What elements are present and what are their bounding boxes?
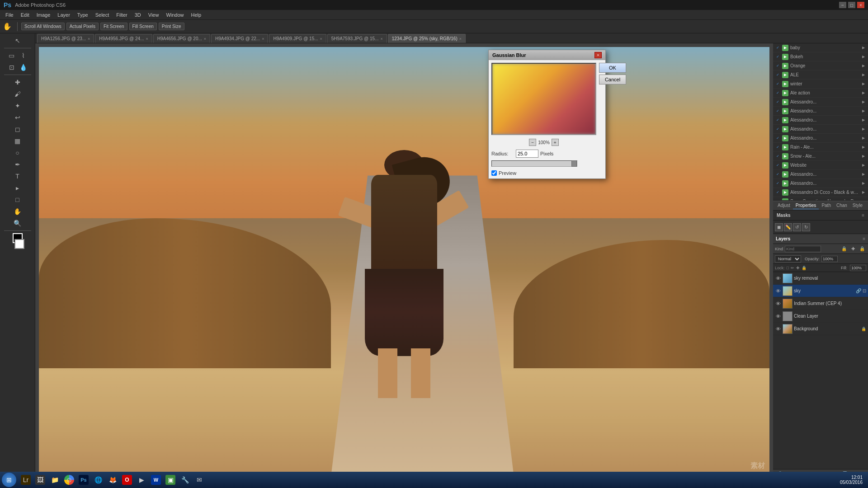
action-snow-ale[interactable]: ✓ ▶ Snow - Ale... ▶ [773, 152, 868, 161]
tab-style[interactable]: Style [850, 202, 865, 209]
action-bokeh[interactable]: ✓ ▶ Bokeh ▶ [773, 52, 868, 61]
cancel-button[interactable]: Cancel [599, 75, 626, 84]
move-tool[interactable]: ↖ [12, 35, 23, 46]
action-alex-6[interactable]: ✓ ▶ Alessandro... ▶ [773, 170, 868, 179]
blend-mode-select[interactable]: Normal Multiply Screen Overlay [775, 255, 801, 263]
action-alex-4[interactable]: ✓ ▶ Alessandro... ▶ [773, 125, 868, 134]
menu-file[interactable]: File [2, 11, 17, 19]
action-ale-action[interactable]: ✓ ▶ Ale action ▶ [773, 89, 868, 98]
action-expand[interactable]: ▶ [861, 90, 866, 96]
taskbar-media[interactable]: ▶ [135, 474, 148, 486]
lock-checkbox[interactable]: □ [787, 266, 789, 270]
hand-tool-icon[interactable]: ✋ [3, 22, 12, 31]
taskbar-bridge[interactable]: 🖼 [33, 474, 47, 486]
action-expand[interactable]: ▶ [861, 99, 866, 105]
layer-sky-mask-icon[interactable]: ⊡ [863, 288, 866, 293]
menu-3d[interactable]: 3D [131, 11, 145, 19]
tab-0-close[interactable]: × [88, 37, 90, 41]
dodge-tool[interactable]: ○ [12, 147, 23, 158]
opacity-input[interactable] [821, 256, 838, 262]
hand-tool[interactable]: ✋ [12, 206, 23, 217]
ok-button[interactable]: OK [599, 63, 626, 73]
action-ale[interactable]: ✓ ▶ ALE ▶ [773, 70, 868, 80]
zoom-tool[interactable]: 🔍 [12, 218, 23, 229]
action-alex-5[interactable]: ✓ ▶ Alessandro... ▶ [773, 134, 868, 143]
history-brush-tool[interactable]: ↩ [12, 112, 23, 123]
tab-0[interactable]: H9A1256.JPG @ 23... × [37, 34, 94, 43]
tab-adjust[interactable]: Adjust [775, 202, 793, 209]
action-rain[interactable]: ✓ ▶ Rain - Ale... ▶ [773, 143, 868, 152]
taskbar-greenbox[interactable]: ▣ [164, 474, 177, 486]
layer-vis-sky[interactable]: 👁 [775, 288, 781, 294]
tab-3-close[interactable]: × [262, 37, 264, 41]
action-expand[interactable]: ▶ [861, 63, 866, 69]
tab-5[interactable]: 5H9A7593.JPG @ 15... × [327, 34, 387, 43]
tab-3[interactable]: H9A4934.JPG @ 22... × [211, 34, 268, 43]
mask-btn-2[interactable]: ✏️ [784, 223, 792, 231]
lock-pixel-btn[interactable]: 🔒 [840, 245, 848, 253]
tab-6-active[interactable]: 1234.JPG @ 25% (sky, RGB/16) × [388, 34, 466, 43]
action-bw[interactable]: ✓ ▶ Alessandro Di Ccco - Black & white a… [773, 188, 868, 197]
layer-vis-sky-removal[interactable]: 👁 [775, 275, 781, 282]
menu-select[interactable]: Select [92, 11, 113, 19]
menu-edit[interactable]: Edit [17, 11, 33, 19]
layer-vis-indian-summer[interactable]: 👁 [775, 300, 781, 307]
action-expand[interactable]: ▶ [861, 190, 866, 195]
action-expand[interactable]: ▶ [861, 54, 866, 60]
radius-slider[interactable] [491, 160, 577, 167]
menu-image[interactable]: Image [33, 11, 54, 19]
tab-6-close[interactable]: × [459, 37, 462, 41]
tab-1[interactable]: H9A4956.JPG @ 24... × [95, 34, 152, 43]
tab-path[interactable]: Path [819, 202, 834, 209]
pen-tool[interactable]: ✒ [12, 159, 23, 170]
start-button[interactable]: ⊞ [2, 473, 16, 487]
taskbar-lightroom[interactable]: Lr [19, 474, 33, 486]
print-size-button[interactable]: Print Size [159, 23, 184, 30]
taskbar-chrome[interactable]: ⊙ [62, 474, 76, 486]
path-selection-tool[interactable]: ▸ [12, 183, 23, 193]
action-expand[interactable]: ▶ [861, 81, 866, 87]
rectangular-marquee-tool[interactable]: ▭ [6, 50, 17, 61]
layer-background[interactable]: 👁 Background 🔒 [773, 323, 868, 335]
action-expand[interactable]: ▶ [861, 72, 866, 78]
eyedropper-tool[interactable]: 💧 [18, 62, 29, 73]
menu-help[interactable]: Help [188, 11, 205, 19]
actual-pixels-button[interactable]: Actual Pixels [66, 23, 99, 30]
preview-checkbox[interactable] [491, 170, 497, 176]
action-alex-3[interactable]: ✓ ▶ Alessandro... ▶ [773, 116, 868, 125]
tab-chan[interactable]: Chan [834, 202, 850, 209]
lock-all-2-btn[interactable]: 🔒 [802, 266, 807, 270]
close-button[interactable]: × [857, 2, 864, 8]
shape-tool[interactable]: □ [12, 194, 23, 205]
lock-move-btn[interactable]: ✚ [796, 266, 800, 270]
layers-options-btn[interactable]: ≡ [863, 236, 865, 241]
minimize-button[interactable]: − [839, 2, 846, 8]
dialog-title-bar[interactable]: Gaussian Blur × [489, 50, 605, 60]
dialog-close-button[interactable]: × [594, 52, 602, 58]
layer-indian-summer[interactable]: 👁 Indian Summer (CEP 4) [773, 297, 868, 310]
tab-1-close[interactable]: × [146, 37, 148, 41]
layer-vis-clean[interactable]: 👁 [775, 313, 781, 319]
action-winter[interactable]: ✓ ▶ winter ▶ [773, 80, 868, 89]
action-expand[interactable]: ▶ [861, 117, 866, 123]
masks-options[interactable]: ≡ [862, 213, 864, 218]
tab-4-close[interactable]: × [320, 37, 322, 41]
mask-btn-4[interactable]: ↻ [802, 223, 810, 231]
lasso-tool[interactable]: ⌇ [18, 50, 29, 61]
radius-input[interactable] [516, 150, 538, 158]
scroll-all-windows-button[interactable]: Scroll All Windows [21, 23, 65, 30]
tab-5-close[interactable]: × [380, 37, 382, 41]
lock-pos-btn[interactable]: ✚ [849, 245, 857, 253]
taskbar-ie[interactable]: 🌐 [91, 474, 105, 486]
action-alex-2[interactable]: ✓ ▶ Alessandro... ▶ [773, 107, 868, 116]
eraser-tool[interactable]: ◻ [12, 124, 23, 135]
lock-all-btn[interactable]: 🔒 [858, 245, 866, 253]
taskbar-explorer[interactable]: 📁 [48, 474, 61, 486]
taskbar-mail[interactable]: ✉ [193, 474, 206, 486]
layer-sky[interactable]: 👁 sky 🔗 ⊡ [773, 285, 868, 297]
action-expand[interactable]: ▶ [861, 181, 866, 186]
lock-draw-btn[interactable]: ✏ [791, 266, 794, 270]
action-expand[interactable]: ▶ [861, 127, 866, 132]
fill-screen-button[interactable]: Fill Screen [129, 23, 157, 30]
menu-type[interactable]: Type [74, 11, 92, 19]
